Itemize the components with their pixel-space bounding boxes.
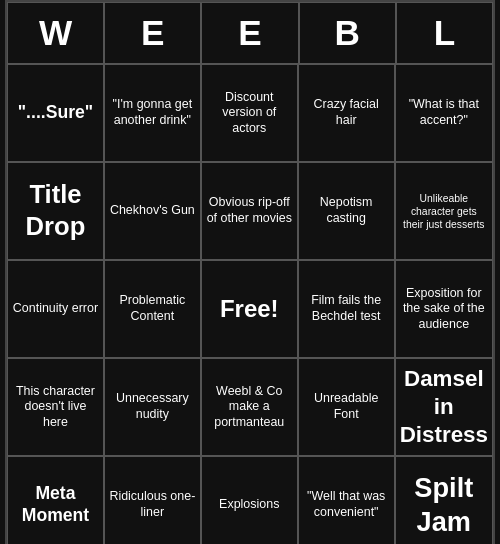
bingo-cell-r0-c1[interactable]: "I'm gonna get another drink" [104,64,201,162]
bingo-cell-r4-c0[interactable]: Meta Moment [7,456,104,544]
bingo-cell-r4-c1[interactable]: Ridiculous one-liner [104,456,201,544]
bingo-cell-r2-c4[interactable]: Exposition for the sake of the audience [395,260,493,358]
bingo-cell-r4-c4[interactable]: Spilt Jam [395,456,493,544]
bingo-cell-r1-c1[interactable]: Chekhov's Gun [104,162,201,260]
bingo-cell-r4-c2[interactable]: Explosions [201,456,298,544]
bingo-cell-r4-c3[interactable]: "Well that was convenient" [298,456,395,544]
header-letter-l: L [396,2,493,64]
bingo-cell-r3-c3[interactable]: Unreadable Font [298,358,395,456]
bingo-cell-r0-c3[interactable]: Crazy facial hair [298,64,395,162]
bingo-cell-r0-c4[interactable]: "What is that accent?" [395,64,493,162]
bingo-cell-r2-c3[interactable]: Film fails the Bechdel test [298,260,395,358]
bingo-cell-r2-c0[interactable]: Continuity error [7,260,104,358]
bingo-cell-r1-c2[interactable]: Obvious rip-off of other movies [201,162,298,260]
bingo-cell-r3-c2[interactable]: Weebl & Co make a portmanteau [201,358,298,456]
bingo-cell-r2-c2[interactable]: Free! [201,260,298,358]
bingo-cell-r1-c4[interactable]: Unlikeable character gets their just des… [395,162,493,260]
header-letter-b: B [299,2,396,64]
bingo-cell-r2-c1[interactable]: Problematic Content [104,260,201,358]
header-letter-e: E [104,2,201,64]
bingo-header: WEEBL [7,2,493,64]
bingo-grid: "....Sure""I'm gonna get another drink"D… [7,64,493,544]
header-letter-w: W [7,2,104,64]
bingo-cell-r0-c2[interactable]: Discount version of actors [201,64,298,162]
bingo-cell-r3-c1[interactable]: Unnecessary nudity [104,358,201,456]
header-letter-e: E [201,2,298,64]
bingo-cell-r0-c0[interactable]: "....Sure" [7,64,104,162]
bingo-card: WEEBL "....Sure""I'm gonna get another d… [5,0,495,544]
bingo-cell-r1-c3[interactable]: Nepotism casting [298,162,395,260]
bingo-cell-r3-c4[interactable]: Damsel in Distress [395,358,493,456]
bingo-cell-r3-c0[interactable]: This character doesn't live here [7,358,104,456]
bingo-cell-r1-c0[interactable]: Title Drop [7,162,104,260]
